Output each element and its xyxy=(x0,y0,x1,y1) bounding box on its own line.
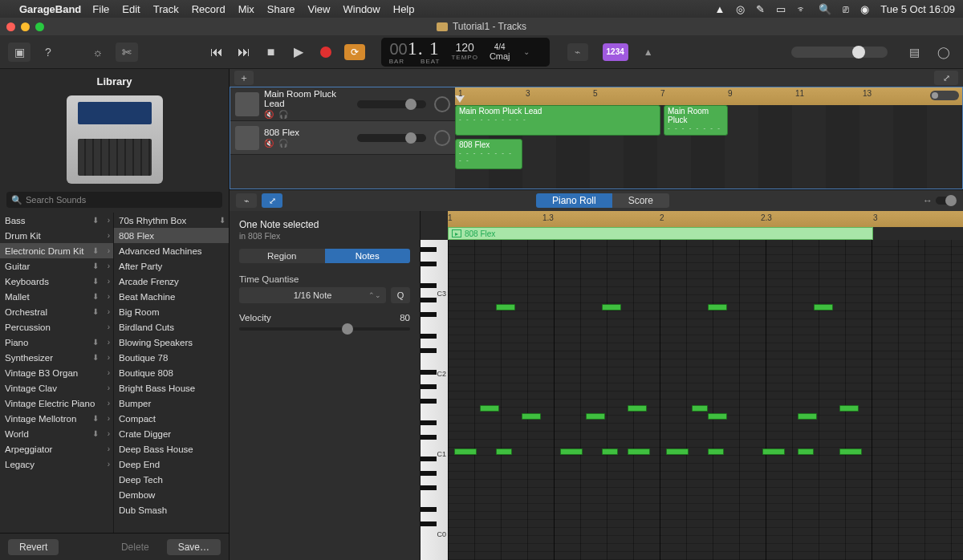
midi-note[interactable] xyxy=(839,405,859,412)
menu-window[interactable]: Window xyxy=(343,3,380,15)
fullscreen-button[interactable] xyxy=(35,22,44,31)
library-patch-item[interactable]: Boutique 78 xyxy=(114,350,229,365)
automation-button[interactable]: ⤢ xyxy=(934,71,958,85)
smart-controls-button[interactable]: ☼ xyxy=(87,43,109,62)
midi-note[interactable] xyxy=(839,448,862,455)
library-patch-item[interactable]: Dembow xyxy=(114,487,229,502)
menubar-clock[interactable]: Tue 5 Oct 16:09 xyxy=(880,3,955,15)
siri-icon[interactable]: ◉ xyxy=(860,3,869,15)
midi-note[interactable] xyxy=(522,413,541,420)
library-patch-item[interactable]: Crate Digger xyxy=(114,426,229,441)
midi-note[interactable] xyxy=(586,413,605,420)
midi-note[interactable] xyxy=(496,448,512,455)
editor-view-button[interactable]: ⌁ xyxy=(236,193,257,208)
mute-button[interactable]: 🔇 xyxy=(264,110,274,119)
midi-note[interactable] xyxy=(708,413,727,420)
library-category-item[interactable]: Percussion› xyxy=(0,319,113,335)
arrange-area[interactable]: 135791113 Main Room Pluck Lead- - - - - … xyxy=(455,87,962,189)
status-icon[interactable]: ▲ xyxy=(714,3,725,15)
library-patch-item[interactable]: 808 Flex xyxy=(114,228,229,243)
quick-help-button[interactable]: ? xyxy=(37,43,59,62)
rewind-button[interactable]: ⏮ xyxy=(208,43,226,61)
arrange-region[interactable]: Main Room Pluck- - - - - - - - - - xyxy=(664,105,728,136)
scissors-button[interactable]: ✄ xyxy=(116,43,138,62)
close-button[interactable] xyxy=(6,22,15,31)
track-volume-slider[interactable] xyxy=(357,100,426,108)
lcd-timesig[interactable]: 4/4 xyxy=(494,43,506,51)
arrange-ruler[interactable]: 135791113 xyxy=(455,87,962,105)
library-category-item[interactable]: Vintage Electric Piano› xyxy=(0,396,113,411)
menu-file[interactable]: File xyxy=(92,3,109,15)
stop-button[interactable]: ■ xyxy=(262,43,280,61)
notepad-button[interactable]: ▤ xyxy=(904,43,926,62)
library-patch-item[interactable]: After Party xyxy=(114,258,229,274)
library-category-item[interactable]: Guitar⬇› xyxy=(0,258,113,274)
menu-mix[interactable]: Mix xyxy=(238,3,254,15)
track-volume-slider[interactable] xyxy=(357,134,426,142)
menu-help[interactable]: Help xyxy=(393,3,415,15)
library-patch-item[interactable]: Advanced Machines xyxy=(114,243,229,258)
midi-note[interactable] xyxy=(708,448,724,455)
midi-note[interactable] xyxy=(814,304,833,310)
lcd-display[interactable]: 001. 1 BARBEAT 120 TEMPO 4/4 Cmaj ⌄ xyxy=(381,38,550,67)
mute-button[interactable]: 🔇 xyxy=(264,139,274,148)
library-category-item[interactable]: Vintage Mellotron⬇› xyxy=(0,411,113,426)
delete-button[interactable]: Delete xyxy=(110,539,160,555)
tuner-button[interactable]: ⌁ xyxy=(567,43,588,61)
library-patch-item[interactable]: Deep Bass House xyxy=(114,441,229,457)
control-center-icon[interactable]: ⎚ xyxy=(843,3,849,15)
minimize-button[interactable] xyxy=(21,22,30,31)
record-button[interactable] xyxy=(317,43,335,61)
library-patch-item[interactable]: Beat Machine xyxy=(114,289,229,304)
loop-browser-button[interactable]: ◯ xyxy=(933,43,955,62)
midi-note[interactable] xyxy=(560,448,583,455)
library-patch-item[interactable]: Blowing Speakers xyxy=(114,335,229,350)
piano-keys[interactable]: C3C2C1C0 xyxy=(421,240,448,560)
play-button[interactable]: ▶ xyxy=(290,43,307,61)
status-icon[interactable]: ◎ xyxy=(736,3,745,15)
note-grid[interactable] xyxy=(448,240,963,560)
library-patch-item[interactable]: Compact xyxy=(114,411,229,426)
chevron-down-icon[interactable]: ⌄ xyxy=(523,47,530,56)
tab-score[interactable]: Score xyxy=(612,193,669,208)
save-button[interactable]: Save… xyxy=(167,539,221,555)
count-in-button[interactable]: 1234 xyxy=(603,43,628,61)
master-volume-slider[interactable] xyxy=(791,47,888,58)
midi-note[interactable] xyxy=(708,304,727,310)
library-toggle-button[interactable]: ▣ xyxy=(8,43,30,62)
tab-piano-roll[interactable]: Piano Roll xyxy=(536,193,612,208)
midi-note[interactable] xyxy=(692,405,708,412)
lcd-key[interactable]: Cmaj xyxy=(490,51,510,61)
menu-share[interactable]: Share xyxy=(267,3,295,15)
piano-roll-region-header[interactable]: ▸ 808 Flex xyxy=(448,227,873,240)
seg-notes[interactable]: Notes xyxy=(325,249,411,263)
library-category-item[interactable]: Vintage B3 Organ› xyxy=(0,365,113,380)
midi-note[interactable] xyxy=(454,448,477,455)
library-category-item[interactable]: Vintage Clav› xyxy=(0,380,113,396)
revert-button[interactable]: Revert xyxy=(8,539,59,555)
library-category-item[interactable]: World⬇› xyxy=(0,426,113,441)
library-patch-item[interactable]: Bumper xyxy=(114,396,229,411)
library-category-item[interactable]: Synthesizer⬇› xyxy=(0,350,113,365)
arrange-region[interactable]: Main Room Pluck Lead- - - - - - - - - - xyxy=(455,105,660,136)
library-patch-item[interactable]: Deep End xyxy=(114,457,229,472)
headphones-icon[interactable]: 🎧 xyxy=(278,139,288,148)
track-header[interactable]: 808 Flex🔇🎧 xyxy=(230,121,455,155)
quantise-button[interactable]: Q xyxy=(391,287,410,303)
arrange-region[interactable]: 808 Flex- - - - - - - - - - xyxy=(455,139,522,169)
library-patch-item[interactable]: Deep Tech xyxy=(114,472,229,487)
midi-note[interactable] xyxy=(480,405,499,412)
battery-icon[interactable]: ▭ xyxy=(776,3,786,15)
spotlight-icon[interactable]: 🔍 xyxy=(819,3,831,15)
library-patch-item[interactable]: Birdland Cuts xyxy=(114,319,229,335)
seg-region[interactable]: Region xyxy=(239,249,325,263)
library-patch-item[interactable]: Bright Bass House xyxy=(114,380,229,396)
menu-view[interactable]: View xyxy=(308,3,331,15)
time-quantise-select[interactable]: 1/16 Note ⌃⌄ xyxy=(239,287,386,303)
library-category-item[interactable]: Piano⬇› xyxy=(0,335,113,350)
midi-note[interactable] xyxy=(496,304,515,310)
track-pan-knob[interactable] xyxy=(434,130,450,146)
editor-zoom-slider[interactable] xyxy=(936,197,957,205)
library-patch-item[interactable]: Dub Smash xyxy=(114,502,229,517)
midi-note[interactable] xyxy=(666,448,689,455)
